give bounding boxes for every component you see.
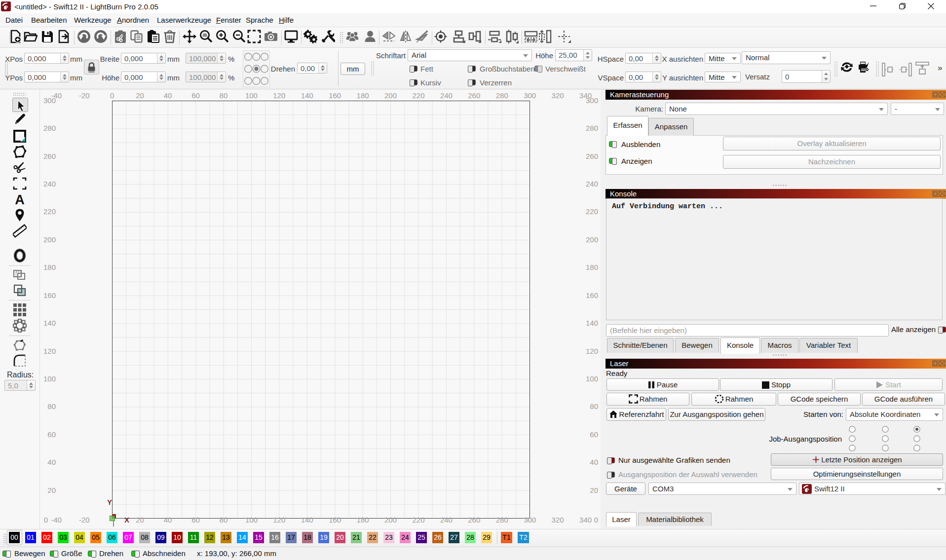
svg-text:A: A	[15, 192, 25, 206]
